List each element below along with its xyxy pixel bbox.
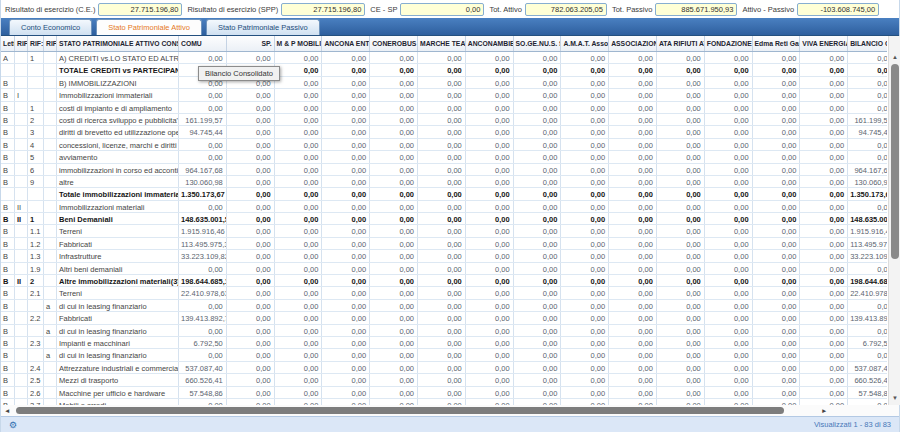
col-header-lett[interactable]: Lett [1,36,15,51]
tab-stato-patrimoniale-passivo[interactable]: Stato Patrimoniale Passivo [206,19,320,35]
cell-entity-value: 0,00 [514,102,562,113]
tab-stato-patrimoniale-attivo[interactable]: Stato Patrimoniale Attivo [96,19,202,35]
table-row[interactable]: Totale immobilizzazioni immateriali1.350… [1,188,887,200]
scroll-down-icon[interactable]: ▼ [889,393,900,403]
col-header-rif2[interactable]: RIF: [28,36,44,51]
col-header-entity[interactable]: BILANCIO CONS [848,36,887,51]
table-row[interactable]: B9altre130.060,980,000,000,000,000,000,0… [1,176,887,188]
scroll-left-icon[interactable]: ◄ [4,406,10,415]
horizontal-scroll-thumb[interactable] [16,407,784,414]
table-row[interactable]: B1.2Fabbricati113.495.975,300,000,000,00… [1,238,887,250]
table-row[interactable]: B3diritti di brevetto ed utilizzazione o… [1,126,887,138]
col-header-entity[interactable]: MARCHE TEATR [418,36,466,51]
cell-rif [15,151,28,162]
cell-entity-value: 0,00 [753,213,801,224]
cell-entity-value: 0,00 [418,201,466,212]
scroll-right-icon[interactable]: ► [821,406,827,415]
cell-lett: B [1,275,15,286]
cell-entity-value: 0,00 [753,64,801,75]
cell-lett: B [1,387,15,398]
table-row[interactable]: A1A) CREDITI vs.LO STATO ED ALTRE AMMINI… [1,52,887,64]
cell-rif [15,250,28,261]
vertical-scrollbar[interactable]: ▲ ▼ [888,36,900,405]
col-header-entity[interactable]: SO.GE.NU.S. SPA [514,36,562,51]
cell-entity-value: 0,00 [800,139,848,150]
table-row[interactable]: B2.6Macchine per ufficio e hardware57.54… [1,387,887,399]
col-header-entity[interactable]: VIVA ENERGIA S [800,36,848,51]
table-row[interactable]: BII2Altre immobilizzazioni materiali(3)1… [1,275,887,287]
table-row[interactable]: B1.1Terreni1.915.916,460,000,000,000,000… [1,225,887,237]
col-header-entity[interactable]: COMU [179,36,227,51]
field-label: Risultato di esercizio (SPP) [187,5,278,14]
cell-entity-value: 0,00 [275,362,323,373]
cell-entity-value: 0,00 [275,337,323,348]
cell-comune-value: 139.413.892,70 [179,312,227,323]
risultato-spp-value[interactable]: 27.715.196,80 [281,3,365,16]
col-header-entity[interactable]: CONEROBUS SP [370,36,418,51]
cell-consolidato-value: 964.167,68 [848,164,887,175]
col-header-entity[interactable]: ASSOCIAZIONE [609,36,657,51]
table-row[interactable]: B2.2Fabbricati139.413.892,700,000,000,00… [1,312,887,324]
table-row[interactable]: B1.9Altri beni demaniali0,000,000,000,00… [1,263,887,275]
col-header-entity[interactable]: FONDAZIONE LI [705,36,753,51]
cell-entity-value: 0,00 [466,176,514,187]
table-row[interactable]: B4concessioni, licenze, marchi e diritti… [1,139,887,151]
table-row[interactable]: B2.1Terreni22.410.978,630,000,000,000,00… [1,287,887,299]
cell-entity-value: 0,00 [418,164,466,175]
scroll-up-icon[interactable]: ▲ [889,52,900,62]
cell-entity-value: 0,00 [322,238,370,249]
tab-conto-economico[interactable]: Conto Economico [9,19,92,35]
col-header-entity[interactable]: A.M.A.T. Associa [561,36,609,51]
table-row[interactable]: B2costi di ricerca sviluppo e pubblicita… [1,114,887,126]
cell-entity-value: 0,00 [370,362,418,373]
cell-description: A) CREDITI vs.LO STATO ED ALTRE AMMINI [57,52,179,63]
tot-attivo-value[interactable]: 782.063.205,05 [525,3,607,16]
attivo-passivo-value[interactable]: -103.608.745,00 [797,3,879,16]
vertical-scroll-thumb[interactable] [891,64,899,259]
table-row[interactable]: Badi cui in leasing finanziario0,000,000… [1,300,887,312]
col-header-entity[interactable]: ANCONA ENTRA [322,36,370,51]
table-row[interactable]: B6immobilizzazioni in corso ed acconti96… [1,164,887,176]
table-row[interactable]: BIIImmobilizzazioni materiali0,000,000,0… [1,201,887,213]
ce-sp-value[interactable]: 0,00 [400,3,484,16]
table-row[interactable]: B2.5Mezzi di trasporto660.526,410,000,00… [1,374,887,386]
cell-entity-value: 0,00 [609,225,657,236]
cell-rif [15,387,28,398]
table-row[interactable]: Badi cui in leasing finanziario0,000,000… [1,325,887,337]
table-row[interactable]: BB) IMMOBILIZZAZIONI0,000,000,000,000,00… [1,77,887,89]
table-row[interactable]: TOTALE CREDITI vs PARTECIPANTI(A)0,000,0… [1,64,887,76]
col-header-entity[interactable]: ATA RIFIUTI ATC [657,36,705,51]
cell-entity-value: 0,00 [705,300,753,311]
tot-passivo-value[interactable]: 885.671.950,93 [655,3,737,16]
col-header-entity[interactable]: SP. [227,36,275,51]
col-header-rif3[interactable]: RIF: [44,36,57,51]
cell-rif-sub: a [44,325,57,336]
cell-entity-value: 0,00 [705,263,753,274]
col-header-entity[interactable]: ANCONAMBIEN [466,36,514,51]
risultato-ce-value[interactable]: 27.715.196,80 [98,3,182,16]
cell-entity-value: 0,00 [609,52,657,63]
cell-entity-value: 0,00 [322,349,370,360]
col-header-rif[interactable]: RIF [15,36,28,51]
table-row[interactable]: BII1Beni Demaniali148.635.001,580,000,00… [1,213,887,225]
cell-rif-sub [44,337,57,348]
horizontal-scrollbar[interactable]: ◄ ► [1,405,899,416]
table-row[interactable]: B1.3Infrastrutture33.223.109,820,000,000… [1,250,887,262]
cell-entity-value: 0,00 [418,188,466,199]
table-row[interactable]: BIImmobilizzazioni immateriali0,000,000,… [1,89,887,101]
table-row[interactable]: Badi cui in leasing finanziario0,000,000… [1,349,887,361]
table-row[interactable]: B5avviamento0,000,000,000,000,000,000,00… [1,151,887,163]
table-row[interactable]: B1costi di impianto e di ampliamento0,00… [1,102,887,114]
cell-entity-value: 0,00 [322,139,370,150]
cell-entity-value: 0,00 [514,263,562,274]
col-header-description[interactable]: STATO PATRIMONIALE ATTIVO CONSOLI [57,36,179,51]
col-header-entity[interactable]: Edma Reti Gas S [753,36,801,51]
table-row[interactable]: B2.3Impianti e macchinari6.792,500,000,0… [1,337,887,349]
cell-entity-value: 0,00 [705,250,753,261]
cell-entity-value: 0,00 [609,114,657,125]
cell-consolidato-value: 0,00 [848,349,887,360]
table-row[interactable]: B2.4Attrezzature industriali e commercia… [1,362,887,374]
cell-entity-value: 0,00 [418,213,466,224]
gear-icon[interactable]: ⚙ [9,418,17,432]
col-header-entity[interactable]: M & P MOBILITA [275,36,323,51]
